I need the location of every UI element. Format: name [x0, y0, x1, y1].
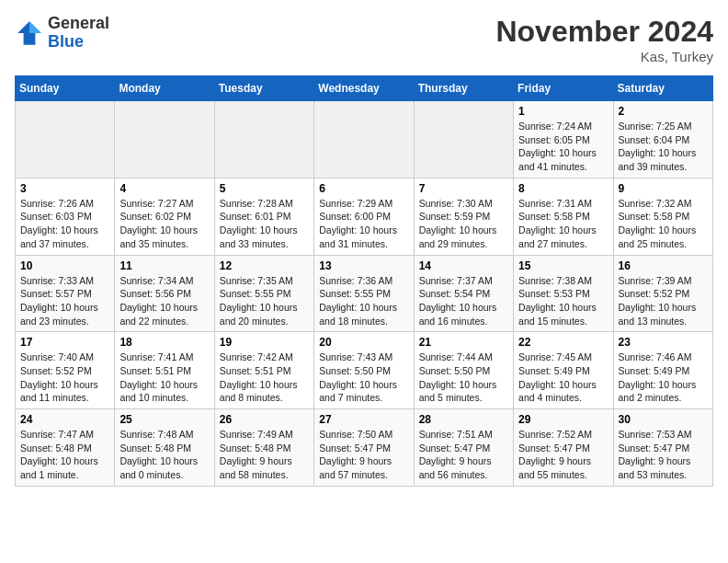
day-info: Sunrise: 7:52 AM Sunset: 5:47 PM Dayligh…: [518, 428, 608, 482]
calendar-cell: 3Sunrise: 7:26 AM Sunset: 6:03 PM Daylig…: [16, 178, 115, 255]
day-info: Sunrise: 7:42 AM Sunset: 5:51 PM Dayligh…: [220, 350, 309, 405]
day-number: 6: [319, 182, 408, 195]
day-info: Sunrise: 7:24 AM Sunset: 6:05 PM Dayligh…: [518, 120, 608, 174]
day-number: 11: [119, 259, 209, 272]
logo-icon: [15, 18, 44, 48]
day-number: 9: [619, 182, 708, 195]
calendar-week-row: 17Sunrise: 7:40 AM Sunset: 5:52 PM Dayli…: [16, 332, 713, 409]
calendar-cell: [314, 101, 414, 178]
day-number: 23: [619, 336, 708, 349]
calendar-cell: 17Sunrise: 7:40 AM Sunset: 5:52 PM Dayli…: [16, 332, 115, 409]
day-number: 26: [220, 413, 309, 426]
day-info: Sunrise: 7:50 AM Sunset: 5:47 PM Dayligh…: [319, 428, 408, 482]
weekday-header: Sunday: [16, 76, 115, 101]
calendar-cell: 23Sunrise: 7:46 AM Sunset: 5:49 PM Dayli…: [613, 332, 712, 409]
calendar-cell: 4Sunrise: 7:27 AM Sunset: 6:02 PM Daylig…: [115, 178, 214, 255]
calendar-week-row: 24Sunrise: 7:47 AM Sunset: 5:48 PM Dayli…: [16, 409, 713, 487]
day-info: Sunrise: 7:28 AM Sunset: 6:01 PM Dayligh…: [220, 197, 309, 251]
day-info: Sunrise: 7:48 AM Sunset: 5:48 PM Dayligh…: [119, 428, 209, 482]
day-number: 20: [319, 336, 408, 349]
calendar-cell: 10Sunrise: 7:33 AM Sunset: 5:57 PM Dayli…: [16, 255, 115, 332]
calendar-cell: [414, 101, 513, 178]
day-number: 17: [20, 336, 109, 349]
calendar-cell: 8Sunrise: 7:31 AM Sunset: 5:58 PM Daylig…: [514, 178, 613, 255]
location: Kas, Turkey: [495, 49, 713, 64]
day-info: Sunrise: 7:53 AM Sunset: 5:47 PM Dayligh…: [619, 428, 708, 482]
day-number: 4: [119, 182, 209, 195]
month-title: November 2024: [495, 15, 713, 49]
day-number: 16: [619, 259, 708, 272]
day-info: Sunrise: 7:32 AM Sunset: 5:58 PM Dayligh…: [619, 197, 708, 251]
day-number: 14: [419, 259, 508, 272]
calendar-cell: 9Sunrise: 7:32 AM Sunset: 5:58 PM Daylig…: [613, 178, 712, 255]
day-number: 12: [220, 259, 309, 272]
calendar-cell: 29Sunrise: 7:52 AM Sunset: 5:47 PM Dayli…: [514, 409, 613, 487]
day-info: Sunrise: 7:38 AM Sunset: 5:53 PM Dayligh…: [518, 274, 608, 328]
calendar-cell: 16Sunrise: 7:39 AM Sunset: 5:52 PM Dayli…: [613, 255, 712, 332]
day-number: 2: [619, 105, 708, 118]
day-number: 13: [319, 259, 408, 272]
day-number: 19: [220, 336, 309, 349]
day-info: Sunrise: 7:35 AM Sunset: 5:55 PM Dayligh…: [220, 274, 309, 328]
calendar-cell: [16, 101, 115, 178]
day-number: 3: [20, 182, 109, 195]
calendar-week-row: 1Sunrise: 7:24 AM Sunset: 6:05 PM Daylig…: [16, 101, 713, 178]
calendar-cell: 20Sunrise: 7:43 AM Sunset: 5:50 PM Dayli…: [314, 332, 414, 409]
calendar-week-row: 10Sunrise: 7:33 AM Sunset: 5:57 PM Dayli…: [16, 255, 713, 332]
calendar-cell: 7Sunrise: 7:30 AM Sunset: 5:59 PM Daylig…: [414, 178, 513, 255]
svg-marker-1: [29, 21, 41, 33]
day-number: 5: [220, 182, 309, 195]
calendar-cell: 24Sunrise: 7:47 AM Sunset: 5:48 PM Dayli…: [16, 409, 115, 487]
calendar-cell: 22Sunrise: 7:45 AM Sunset: 5:49 PM Dayli…: [514, 332, 613, 409]
day-number: 30: [619, 413, 708, 426]
calendar-cell: 14Sunrise: 7:37 AM Sunset: 5:54 PM Dayli…: [414, 255, 513, 332]
calendar-cell: 2Sunrise: 7:25 AM Sunset: 6:04 PM Daylig…: [613, 101, 712, 178]
day-info: Sunrise: 7:26 AM Sunset: 6:03 PM Dayligh…: [20, 197, 109, 251]
day-number: 10: [20, 259, 109, 272]
day-info: Sunrise: 7:34 AM Sunset: 5:56 PM Dayligh…: [119, 274, 209, 328]
day-number: 28: [419, 413, 508, 426]
calendar-cell: [214, 101, 313, 178]
weekday-header: Tuesday: [214, 76, 313, 101]
calendar-cell: 11Sunrise: 7:34 AM Sunset: 5:56 PM Dayli…: [115, 255, 214, 332]
calendar-cell: 26Sunrise: 7:49 AM Sunset: 5:48 PM Dayli…: [214, 409, 313, 487]
day-info: Sunrise: 7:30 AM Sunset: 5:59 PM Dayligh…: [419, 197, 508, 251]
weekday-header: Thursday: [414, 76, 513, 101]
calendar-cell: 12Sunrise: 7:35 AM Sunset: 5:55 PM Dayli…: [214, 255, 313, 332]
calendar-cell: 15Sunrise: 7:38 AM Sunset: 5:53 PM Dayli…: [514, 255, 613, 332]
day-info: Sunrise: 7:31 AM Sunset: 5:58 PM Dayligh…: [518, 197, 608, 251]
day-number: 22: [518, 336, 608, 349]
day-info: Sunrise: 7:27 AM Sunset: 6:02 PM Dayligh…: [119, 197, 209, 251]
day-info: Sunrise: 7:37 AM Sunset: 5:54 PM Dayligh…: [419, 274, 508, 328]
calendar-header-row: SundayMondayTuesdayWednesdayThursdayFrid…: [16, 76, 713, 101]
day-number: 7: [419, 182, 508, 195]
day-info: Sunrise: 7:43 AM Sunset: 5:50 PM Dayligh…: [319, 350, 408, 405]
calendar-cell: 5Sunrise: 7:28 AM Sunset: 6:01 PM Daylig…: [214, 178, 313, 255]
calendar-cell: 21Sunrise: 7:44 AM Sunset: 5:50 PM Dayli…: [414, 332, 513, 409]
calendar-cell: 25Sunrise: 7:48 AM Sunset: 5:48 PM Dayli…: [115, 409, 214, 487]
day-info: Sunrise: 7:25 AM Sunset: 6:04 PM Dayligh…: [619, 120, 708, 174]
day-number: 25: [119, 413, 209, 426]
day-info: Sunrise: 7:51 AM Sunset: 5:47 PM Dayligh…: [419, 428, 508, 482]
calendar-table: SundayMondayTuesdayWednesdayThursdayFrid…: [15, 75, 713, 487]
day-number: 27: [319, 413, 408, 426]
day-number: 24: [20, 413, 109, 426]
logo-text: General Blue: [48, 15, 109, 52]
day-number: 8: [518, 182, 608, 195]
day-number: 21: [419, 336, 508, 349]
logo: General Blue: [15, 15, 109, 52]
calendar-cell: 19Sunrise: 7:42 AM Sunset: 5:51 PM Dayli…: [214, 332, 313, 409]
day-number: 29: [518, 413, 608, 426]
title-block: November 2024 Kas, Turkey: [495, 15, 713, 64]
day-info: Sunrise: 7:45 AM Sunset: 5:49 PM Dayligh…: [518, 350, 608, 405]
calendar-week-row: 3Sunrise: 7:26 AM Sunset: 6:03 PM Daylig…: [16, 178, 713, 255]
calendar-cell: 28Sunrise: 7:51 AM Sunset: 5:47 PM Dayli…: [414, 409, 513, 487]
day-info: Sunrise: 7:41 AM Sunset: 5:51 PM Dayligh…: [119, 350, 209, 405]
calendar-cell: 1Sunrise: 7:24 AM Sunset: 6:05 PM Daylig…: [514, 101, 613, 178]
day-number: 18: [119, 336, 209, 349]
day-info: Sunrise: 7:36 AM Sunset: 5:55 PM Dayligh…: [319, 274, 408, 328]
day-number: 15: [518, 259, 608, 272]
day-info: Sunrise: 7:40 AM Sunset: 5:52 PM Dayligh…: [20, 350, 109, 405]
calendar-cell: 30Sunrise: 7:53 AM Sunset: 5:47 PM Dayli…: [613, 409, 712, 487]
calendar-cell: [115, 101, 214, 178]
